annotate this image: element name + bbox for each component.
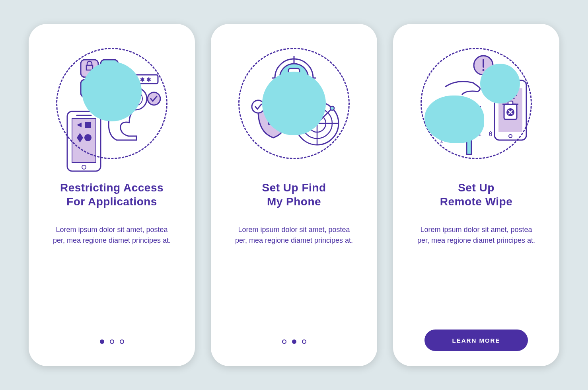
pager-dot-2[interactable] [292,339,296,344]
illustration-restrict-access: ✱ ✱ ✱ [56,48,167,159]
pager-dot-3[interactable] [120,339,124,344]
illustration-remote-wipe: 0 1 1 0 1 0 1 1 0 [421,48,532,159]
card-title: Set Up Remote Wipe [440,181,513,209]
pager-dot-1[interactable] [100,339,104,344]
learn-more-button[interactable]: LEARN MORE [424,330,528,351]
onboarding-card-2: Set Up Find My Phone Lorem ipsum dolor s… [211,24,377,366]
pager-dot-1[interactable] [282,339,286,344]
card-title: Restricting Access For Applications [60,181,164,209]
pager-dot-2[interactable] [110,339,114,344]
onboarding-card-1: ✱ ✱ ✱ Restricting Access For Application… [29,24,195,366]
card-description: Lorem ipsum dolor sit amet, postea per, … [417,224,536,246]
pager-dot-3[interactable] [302,339,306,344]
card-description: Lorem ipsum dolor sit amet, postea per, … [52,224,171,246]
illustration-find-phone [238,48,350,159]
card-title: Set Up Find My Phone [262,181,326,209]
card-description: Lorem ipsum dolor sit amet, postea per, … [234,224,354,246]
page-indicator [282,339,306,344]
page-indicator [100,339,124,344]
onboarding-card-3: 0 1 1 0 1 0 1 1 0 Set Up Remote Wipe Lor… [393,24,559,366]
